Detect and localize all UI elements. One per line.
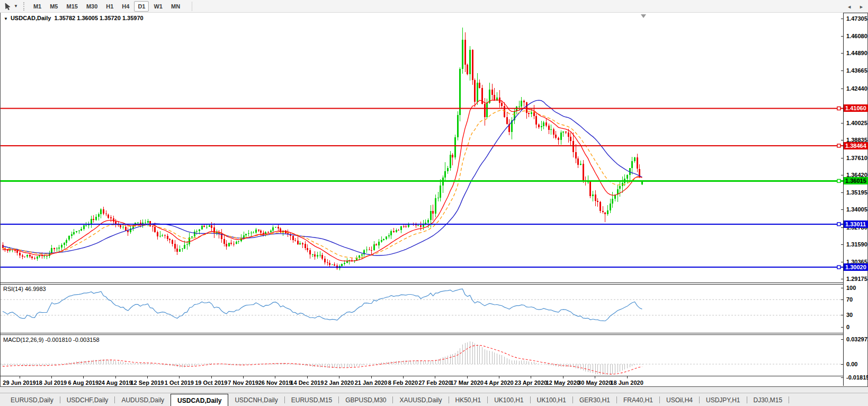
date-tick-mark — [499, 376, 499, 378]
date-tick-mark — [20, 376, 20, 378]
chart-tab-uk100-h1[interactable]: UK100,H1 — [531, 393, 572, 406]
macd-histogram[interactable] — [3, 341, 642, 375]
line-drag-handle[interactable] — [837, 223, 840, 226]
chart-tab-xauusd-daily[interactable]: XAUUSD,Daily — [393, 393, 448, 406]
timeframe-button-w1[interactable]: W1 — [150, 1, 166, 12]
price-tick-mark — [841, 89, 843, 89]
rsi-tick-mark — [841, 315, 843, 315]
macd-level-label: 0.00 — [846, 361, 868, 368]
timeframe-buttons: M1M5M15M30H1H4D1W1MN — [29, 1, 184, 12]
date-tick-mark — [51, 376, 52, 378]
timeframe-button-m30[interactable]: M30 — [83, 1, 101, 12]
date-tick-mark — [147, 376, 148, 378]
rsi-tick-mark — [841, 327, 843, 328]
hline-price-label: 1.33011 — [844, 220, 868, 228]
price-tick-label: 1.40025 — [846, 120, 868, 127]
timeframe-button-m1[interactable]: M1 — [30, 1, 45, 12]
toolbar-grip[interactable] — [23, 2, 26, 11]
chart-tab-eurusd-m15[interactable]: EURUSD,M15 — [285, 393, 338, 406]
cursor-tool-icon — [4, 2, 12, 11]
timeframe-button-m15[interactable]: M15 — [62, 1, 81, 12]
panel-separator[interactable] — [0, 283, 844, 283]
chart-tab-uk100-h1[interactable]: UK100,H1 — [488, 393, 530, 406]
price-tick-label: 1.31590 — [846, 241, 868, 248]
price-tick-mark — [841, 244, 843, 245]
line-drag-handle[interactable] — [837, 266, 840, 269]
chart-tab-usdchf-daily[interactable]: USDCHF,Daily — [60, 393, 115, 406]
timeframe-button-h4[interactable]: H4 — [118, 1, 133, 12]
ma-mid-line[interactable] — [3, 110, 642, 258]
chart-tab-ger30-h1[interactable]: GER30,H1 — [573, 393, 616, 406]
rsi-tick-mark — [841, 299, 843, 300]
panel-separator — [0, 376, 844, 376]
timeframe-button-h1[interactable]: H1 — [102, 1, 117, 12]
collapse-icon[interactable]: ▼ — [4, 16, 8, 21]
chart-tab-hk50-h1[interactable]: HK50,H1 — [449, 393, 488, 406]
price-tick-label: 1.42440 — [846, 85, 868, 92]
price-tick-label: 1.47305 — [846, 15, 868, 22]
timeframe-button-mn[interactable]: MN — [167, 1, 184, 12]
price-axis-line — [843, 13, 844, 386]
chart-shift-marker-icon[interactable] — [641, 14, 646, 18]
macd-label: MACD(12,26,9) -0.001810 -0.003158 — [3, 337, 100, 343]
price-tick-label: 1.35195 — [846, 189, 868, 196]
chart-tab-eurusd-daily[interactable]: EURUSD,Daily — [4, 393, 60, 406]
main-chart-plot[interactable] — [1, 13, 843, 283]
chevron-down-icon: ▼ — [14, 4, 18, 8]
chart-tab-usdcnh-daily[interactable]: USDCNH,Daily — [228, 393, 284, 406]
rsi-level-label: 0 — [846, 324, 868, 331]
date-tick-mark — [179, 376, 180, 378]
chart-tab-usdjpy-h1[interactable]: USDJPY,H1 — [700, 393, 746, 406]
macd-plot[interactable] — [1, 335, 843, 376]
price-tick-mark — [841, 262, 843, 262]
price-tick-label: 1.37610 — [846, 155, 868, 162]
price-tick-mark — [841, 158, 843, 158]
tab-scroll-right-icon[interactable]: ► — [859, 4, 864, 10]
macd-tick-mark — [841, 339, 843, 340]
date-label: 18 Jun 2020 — [604, 379, 650, 386]
timeframe-button-m5[interactable]: M5 — [46, 1, 61, 12]
date-tick-mark — [595, 376, 595, 378]
trading-terminal-window: ▼ M1M5M15M30H1H4D1W1MN ▼USDCAD,Daily 1.3… — [0, 0, 868, 406]
chart-tab-usdcad-daily[interactable]: USDCAD,Daily — [171, 394, 228, 406]
rsi-level-label: 100 — [846, 285, 868, 292]
line-drag-handle[interactable] — [837, 107, 840, 110]
panel-separator[interactable] — [0, 333, 844, 333]
chart-title: ▼USDCAD,Daily 1.35782 1.36005 1.35720 1.… — [4, 15, 144, 21]
price-tick-label: 1.46080 — [846, 33, 868, 40]
macd-level-label: 0.032972 — [846, 336, 868, 343]
price-tick-mark — [841, 279, 843, 279]
chart-tab-usoil-h4[interactable]: USOil,H4 — [660, 393, 699, 406]
date-tick-mark — [627, 376, 628, 378]
price-tick-label: 1.44890 — [846, 50, 868, 57]
chart-tab-fra40-h1[interactable]: FRA40,H1 — [617, 393, 659, 406]
timeframe-button-d1[interactable]: D1 — [134, 1, 149, 12]
candlestick-series[interactable] — [2, 28, 643, 270]
chart-tab-audusd-daily[interactable]: AUDUSD,Daily — [115, 393, 171, 406]
date-tick-mark — [307, 376, 308, 378]
date-tick-mark — [339, 376, 339, 378]
chart-tool-dropdown[interactable]: ▼ — [3, 1, 19, 12]
date-tick-mark — [435, 376, 435, 378]
rsi-line[interactable] — [3, 289, 642, 321]
chart-tab-gbpusd-m30[interactable]: GBPUSD,M30 — [339, 393, 392, 406]
hline-price-label: 1.41060 — [844, 104, 868, 112]
price-tick-mark — [841, 140, 843, 140]
tab-scroll-left-icon[interactable]: ◄ — [847, 4, 852, 10]
toolbar-separator — [192, 2, 192, 11]
price-tick-mark — [841, 123, 843, 123]
macd-level-label: -0.018154 — [846, 374, 868, 381]
date-tick-mark — [275, 376, 275, 378]
price-tick-mark — [841, 19, 843, 19]
macd-tick-mark — [841, 364, 843, 365]
line-drag-handle[interactable] — [837, 144, 840, 147]
line-drag-handle[interactable] — [837, 179, 840, 182]
rsi-tick-mark — [841, 288, 843, 288]
price-tick-mark — [841, 209, 843, 210]
rsi-plot[interactable] — [1, 285, 843, 333]
date-tick-mark — [115, 376, 116, 378]
chart-tab-dj30-m15[interactable]: DJ30,M15 — [747, 393, 789, 406]
chart-symbol-label: USDCAD,Daily — [11, 15, 51, 21]
macd-tick-mark — [841, 377, 843, 378]
date-tick-mark — [243, 376, 244, 378]
